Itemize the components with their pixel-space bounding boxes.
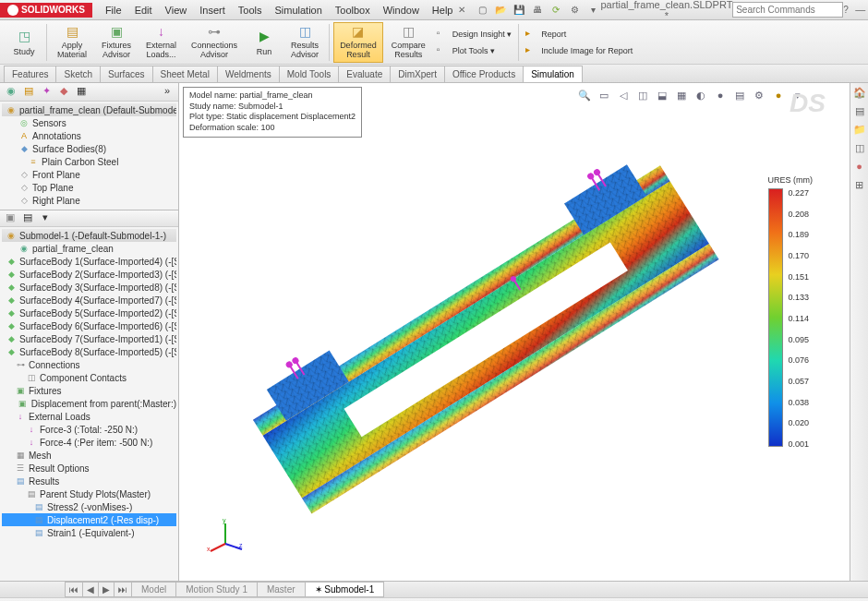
- open-icon[interactable]: 📂: [493, 3, 508, 18]
- menu-file[interactable]: File: [100, 3, 127, 18]
- search-commands-input[interactable]: [732, 2, 843, 18]
- tree-item[interactable]: ◆SurfaceBody 5(Surface-Imported2) (-[SW]…: [2, 307, 176, 319]
- menu-help[interactable]: Help: [427, 3, 459, 18]
- ribbon-run-button[interactable]: ▶Run: [246, 22, 283, 63]
- menu-simulation[interactable]: Simulation: [269, 3, 327, 18]
- view-orient-icon[interactable]: ⬓: [654, 87, 670, 103]
- ribbon-connections-button[interactable]: ⊶ConnectionsAdvisor: [185, 22, 244, 63]
- ribbon-apply-button[interactable]: ▤ApplyMaterial: [51, 22, 93, 63]
- taskpane-explorer-icon[interactable]: 📁: [852, 124, 867, 138]
- tree-item[interactable]: ◇Top Plane: [2, 181, 176, 194]
- tab-features[interactable]: Features: [4, 66, 56, 82]
- taskpane-library-icon[interactable]: ▤: [852, 105, 867, 120]
- tree-item[interactable]: ◆SurfaceBody 6(Surface-Imported6) (-[SW]…: [2, 319, 176, 332]
- dimxpert-tab-icon[interactable]: ◆: [56, 85, 71, 100]
- edit-appearance-icon[interactable]: ●: [712, 87, 729, 103]
- ribbon-fixtures-button[interactable]: ▣FixturesAdvisor: [95, 22, 138, 63]
- feature-tree-top[interactable]: ◉partial_frame_clean (Default-Submodel-1…: [0, 102, 178, 210]
- tree-item[interactable]: ▤Strain1 (-Equivalent-): [2, 526, 176, 539]
- graphics-viewport[interactable]: Model name: partial_frame_cleanStudy nam…: [179, 83, 850, 581]
- display-tab-icon[interactable]: ▦: [74, 85, 89, 100]
- sim-expand-icon[interactable]: ▾: [38, 211, 53, 226]
- zoom-area-icon[interactable]: ▭: [596, 87, 612, 103]
- menu-view[interactable]: View: [160, 3, 193, 18]
- ribbon-external-button[interactable]: ↓ExternalLoads...: [139, 22, 183, 63]
- tree-item[interactable]: ◇Front Plane: [2, 168, 176, 181]
- tree-item[interactable]: ▣Fixtures: [2, 384, 176, 397]
- tab-first-icon[interactable]: ⏮: [65, 582, 83, 597]
- tree-item[interactable]: ▦Mesh: [2, 449, 176, 462]
- menu-window[interactable]: Window: [378, 3, 425, 18]
- render-icon[interactable]: ●: [770, 87, 787, 103]
- tab-evaluate[interactable]: Evaluate: [338, 66, 391, 82]
- display-style-icon[interactable]: ▦: [673, 87, 690, 103]
- tree-item[interactable]: ◆SurfaceBody 8(Surface-Imported5) (-[SW]…: [2, 345, 176, 358]
- tree-root[interactable]: ◉Submodel-1 (-Default-Submodel-1-): [2, 229, 176, 242]
- view-settings-icon[interactable]: ⚙: [751, 87, 767, 103]
- prev-view-icon[interactable]: ◁: [615, 87, 632, 103]
- tree-item[interactable]: AAnnotations: [2, 129, 176, 142]
- bottom-tab-master[interactable]: Master: [257, 582, 306, 597]
- property-tab-icon[interactable]: ▤: [21, 85, 36, 100]
- tab-weldments[interactable]: Weldments: [217, 66, 280, 82]
- tree-item[interactable]: ☰Result Options: [2, 462, 176, 475]
- sim-hide-icon[interactable]: ▤: [20, 211, 35, 226]
- tree-item[interactable]: ▣Displacement from parent(:Master:): [2, 397, 176, 410]
- rebuild-icon[interactable]: ⟳: [549, 3, 563, 18]
- tab-next-icon[interactable]: ▶: [98, 582, 115, 597]
- bottom-tab-submodel-1[interactable]: ✶ Submodel-1: [305, 582, 385, 597]
- tree-item[interactable]: ◆SurfaceBody 1(Surface-Imported4) (-[SW]…: [2, 255, 176, 268]
- dropdown-icon[interactable]: ▾: [585, 3, 600, 18]
- bottom-tab-motion-study-1[interactable]: Motion Study 1: [175, 582, 258, 597]
- tree-item[interactable]: ◆Surface Bodies(8): [2, 142, 176, 155]
- ribbon-report-button[interactable]: ▸Report: [523, 27, 635, 42]
- menu-insert[interactable]: Insert: [194, 3, 231, 18]
- hide-show-icon[interactable]: ◐: [693, 87, 709, 103]
- tab-mold-tools[interactable]: Mold Tools: [279, 66, 340, 82]
- tab-surfaces[interactable]: Surfaces: [100, 66, 152, 82]
- panel-expand-icon[interactable]: »: [160, 85, 175, 100]
- tree-item[interactable]: ◇Right Plane: [2, 194, 176, 207]
- feature-tree-tab-icon[interactable]: ◉: [4, 85, 18, 100]
- tree-item[interactable]: ◉partial_frame_clean: [2, 242, 176, 255]
- ribbon-deformed-button[interactable]: ◪DeformedResult: [333, 22, 383, 63]
- tree-item[interactable]: ◆SurfaceBody 2(Surface-Imported3) (-[SW]…: [2, 268, 176, 281]
- new-icon[interactable]: ▢: [475, 3, 489, 18]
- section-view-icon[interactable]: ◫: [634, 87, 651, 103]
- tree-root[interactable]: ◉partial_frame_clean (Default-Submodel-1: [2, 103, 176, 116]
- tab-sketch[interactable]: Sketch: [55, 66, 101, 82]
- save-icon[interactable]: 💾: [512, 3, 526, 18]
- taskpane-appearance-icon[interactable]: ●: [852, 161, 867, 175]
- tab-last-icon[interactable]: ⏭: [114, 582, 132, 597]
- tree-item[interactable]: ◆SurfaceBody 3(Surface-Imported8) (-[SW]…: [2, 281, 176, 294]
- ribbon-results-button[interactable]: ◫ResultsAdvisor: [284, 22, 325, 63]
- sim-study-icon[interactable]: ▣: [3, 211, 18, 226]
- tab-simulation[interactable]: Simulation: [523, 66, 583, 82]
- tab-office-products[interactable]: Office Products: [444, 66, 524, 82]
- tree-item[interactable]: ⊶Connections: [2, 358, 176, 371]
- tree-item[interactable]: ◆SurfaceBody 4(Surface-Imported7) (-[SW]…: [2, 294, 176, 307]
- tree-item[interactable]: ↓Force-3 (:Total: -250 N:): [2, 423, 176, 436]
- tree-item[interactable]: ◆SurfaceBody 7(Surface-Imported1) (-[SW]…: [2, 332, 176, 345]
- tree-item[interactable]: ▤Stress2 (-vonMises-): [2, 500, 176, 513]
- ribbon-compare-button[interactable]: ◫CompareResults: [385, 22, 432, 63]
- tree-item[interactable]: ≡Plain Carbon Steel: [2, 155, 176, 168]
- tree-item[interactable]: ◫Component Contacts: [2, 371, 176, 384]
- tab-dimxpert[interactable]: DimXpert: [390, 66, 445, 82]
- simulation-study-tree[interactable]: ◉Submodel-1 (-Default-Submodel-1-)◉parti…: [0, 227, 178, 581]
- options-icon[interactable]: ⚙: [567, 3, 582, 18]
- apply-scene-icon[interactable]: ▤: [731, 87, 748, 103]
- taskpane-view-icon[interactable]: ◫: [852, 142, 867, 157]
- tree-item[interactable]: ◎Sensors: [2, 116, 176, 129]
- minimize-icon[interactable]: —: [852, 4, 868, 16]
- taskpane-home-icon[interactable]: 🏠: [852, 87, 867, 102]
- ribbon-design-insight-button[interactable]: ▫Design Insight ▾: [434, 27, 515, 42]
- ribbon-plot-tools-button[interactable]: ▫Plot Tools ▾: [434, 43, 515, 58]
- menu-edit[interactable]: Edit: [129, 3, 158, 18]
- tab-prev-icon[interactable]: ◀: [82, 582, 99, 597]
- taskpane-custom-icon[interactable]: ⊞: [852, 179, 867, 194]
- print-icon[interactable]: 🖶: [530, 3, 545, 18]
- ribbon-study-button[interactable]: ◳Study: [6, 22, 42, 63]
- tree-item[interactable]: ▤Parent Study Plots(Master): [2, 487, 176, 500]
- help-icon[interactable]: ?: [843, 3, 849, 18]
